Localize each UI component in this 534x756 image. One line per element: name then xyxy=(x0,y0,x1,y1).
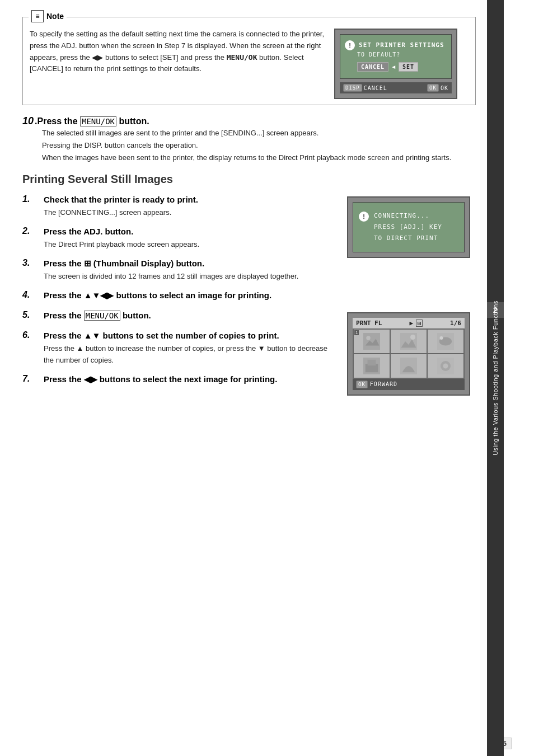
connecting-alert-icon: ! xyxy=(359,212,369,222)
cell-image-3 xyxy=(437,333,454,350)
alert-icon: ! xyxy=(345,40,355,50)
bottom-ok: OK OK xyxy=(427,84,448,92)
set-btn: SET xyxy=(399,62,418,72)
printfl-header: PRNT FL ▶ ⊞ 1/6 xyxy=(353,318,465,328)
step-4-content: Press the ▲▼◀▶ buttons to select an imag… xyxy=(44,289,476,303)
step-4-title: Press the ▲▼◀▶ buttons to select an imag… xyxy=(44,289,476,301)
cell-image-4 xyxy=(363,358,380,374)
ok-badge: OK xyxy=(427,84,439,92)
step-10-label: .Press the MENU/OK button. xyxy=(35,116,149,126)
screen-subtitle: TO DEFAULT? xyxy=(357,51,447,58)
step-4-num: 4. xyxy=(22,289,38,303)
step-10-header: 10.Press the MENU/OK button. xyxy=(22,115,476,127)
connecting-text: CONNECTING... PRESS [ADJ.] KEY TO DIRECT… xyxy=(374,210,442,243)
step-7-content: Press the ◀▶ buttons to select the next … xyxy=(44,373,339,387)
printfl-cell-6 xyxy=(428,354,463,378)
svg-point-1 xyxy=(366,336,371,340)
note-header: ≡ Note xyxy=(29,10,67,22)
step-6-title: Press the ▲▼ buttons to set the number o… xyxy=(44,330,339,341)
step-3-title: Press the ⊞ (Thumbnail Display) button. xyxy=(44,257,339,269)
svg-rect-0 xyxy=(363,333,380,350)
step-7-title: Press the ◀▶ buttons to select the next … xyxy=(44,373,339,385)
sidebar-text: Using the Various Shooting and Playback … xyxy=(492,300,499,456)
printfl-icons: ▶ ⊞ xyxy=(409,320,423,327)
play-icon: ▶ xyxy=(409,320,413,327)
step-1-num: 1. xyxy=(22,194,38,219)
disp-badge: DISP xyxy=(343,84,362,92)
svg-point-3 xyxy=(410,335,415,340)
step-2: 2. Press the ADJ. button. The Direct Pri… xyxy=(22,226,339,251)
step-2-content: Press the ADJ. button. The Direct Print … xyxy=(44,226,339,251)
step-6-desc: Press the ▲ button to increase the numbe… xyxy=(44,343,339,367)
step-5-title: Press the MENU/OK button. xyxy=(44,309,339,322)
step-5-num: 5. xyxy=(22,309,38,323)
cell-image-2 xyxy=(400,333,417,350)
right-sidebar: 2 Using the Various Shooting and Playbac… xyxy=(487,0,504,756)
printfl-cell-3 xyxy=(428,330,463,353)
step-7-num: 7. xyxy=(22,373,38,387)
step-3: 3. Press the ⊞ (Thumbnail Display) butto… xyxy=(22,257,339,283)
screen-alert: ! SET PRINTER SETTINGS xyxy=(345,40,447,50)
step-1-content: Check that the printer is ready to print… xyxy=(44,194,339,219)
steps-col-2: 5. Press the MENU/OK button. 6. Press th… xyxy=(22,309,339,396)
step-2-num: 2. xyxy=(22,226,38,251)
step-10: 10.Press the MENU/OK button. The selecte… xyxy=(22,115,476,164)
printfl-bottom: OK FORWARD xyxy=(353,379,465,390)
step-2-desc: The Direct Print playback mode screen ap… xyxy=(44,239,339,251)
steps-group-1: 1. Check that the printer is ready to pr… xyxy=(22,194,476,289)
step-3-num: 3. xyxy=(22,257,38,283)
forward-label: FORWARD xyxy=(370,381,397,387)
cell-image-1 xyxy=(363,333,380,350)
connecting-screen: ! CONNECTING... PRESS [ADJ.] KEY TO DIRE… xyxy=(347,196,470,258)
svg-point-13 xyxy=(443,363,448,368)
step-10-body: The selected still images are sent to th… xyxy=(42,127,476,164)
connecting-inner: ! CONNECTING... PRESS [ADJ.] KEY TO DIRE… xyxy=(353,202,465,252)
connecting-content: ! CONNECTING... PRESS [ADJ.] KEY TO DIRE… xyxy=(359,210,458,243)
section-header: Printing Several Still Images xyxy=(22,173,476,186)
step-5-menuok: MENU/OK xyxy=(84,311,120,321)
step-6-content: Press the ▲▼ buttons to set the number o… xyxy=(44,330,339,367)
step-3-desc: The screen is divided into 12 frames and… xyxy=(44,271,339,283)
ok-badge-bottom: OK xyxy=(356,381,368,388)
printfl-screen-col: PRNT FL ▶ ⊞ 1/6 1 xyxy=(347,309,476,396)
printer-settings-screen: ! SET PRINTER SETTINGS TO DEFAULT? CANCE… xyxy=(334,29,457,99)
step-1: 1. Check that the printer is ready to pr… xyxy=(22,194,339,219)
note-screen-image: ! SET PRINTER SETTINGS TO DEFAULT? CANCE… xyxy=(334,29,469,99)
connecting-screen-col: ! CONNECTING... PRESS [ADJ.] KEY TO DIRE… xyxy=(347,194,476,289)
screen-buttons: CANCEL ◄ SET xyxy=(357,62,447,72)
printfl-screen: PRNT FL ▶ ⊞ 1/6 1 xyxy=(347,312,470,396)
cancel-btn: CANCEL xyxy=(357,62,388,72)
printfl-grid: 1 xyxy=(353,328,465,379)
screen-bottom: DISP CANCEL OK OK xyxy=(340,82,452,93)
note-icon: ≡ xyxy=(31,10,44,22)
step-10-menuok: MENU/OK xyxy=(80,116,116,126)
cell-image-6 xyxy=(437,358,454,374)
printfl-cell-1: 1 xyxy=(354,330,390,353)
printfl-cell-5 xyxy=(391,354,427,378)
step-1-desc: The [CONNECTING...] screen appears. xyxy=(44,207,339,219)
cell-image-5 xyxy=(400,358,417,374)
note-text: To specify the setting as the default se… xyxy=(30,29,326,99)
printfl-label: PRNT FL xyxy=(356,320,382,327)
steps-col-left: 1. Check that the printer is ready to pr… xyxy=(22,194,339,289)
step-6-num: 6. xyxy=(22,330,38,367)
step-1-title: Check that the printer is ready to print… xyxy=(44,194,339,205)
steps-group-2: 5. Press the MENU/OK button. 6. Press th… xyxy=(22,309,476,396)
step-3-content: Press the ⊞ (Thumbnail Display) button. … xyxy=(44,257,339,283)
step-10-number: 10 xyxy=(22,115,34,126)
svg-point-6 xyxy=(440,336,443,340)
note-box: ≡ Note To specify the setting as the def… xyxy=(22,17,476,105)
step-5: 5. Press the MENU/OK button. xyxy=(22,309,339,323)
screen-inner: ! SET PRINTER SETTINGS TO DEFAULT? CANCE… xyxy=(340,34,452,79)
screen-title: SET PRINTER SETTINGS xyxy=(359,41,444,49)
printfl-cell-4 xyxy=(354,354,390,378)
step-5-content: Press the MENU/OK button. xyxy=(44,309,339,323)
step-4: 4. Press the ▲▼◀▶ buttons to select an i… xyxy=(22,289,476,303)
note-body: To specify the setting as the default se… xyxy=(30,29,469,99)
printfl-count: 1/6 xyxy=(450,320,461,327)
grid-icon: ⊞ xyxy=(416,320,423,327)
printfl-cell-2 xyxy=(391,330,427,353)
bottom-cancel: DISP CANCEL xyxy=(343,84,387,92)
cell-num-1: 1 xyxy=(354,330,359,335)
step-6: 6. Press the ▲▼ buttons to set the numbe… xyxy=(22,330,339,367)
